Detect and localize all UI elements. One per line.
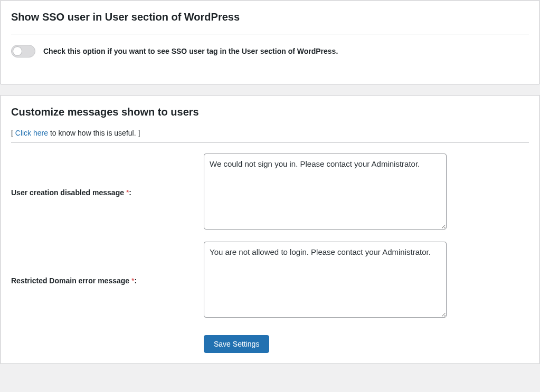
helper-suffix: to know how this is useful. ]	[48, 129, 140, 137]
restricted-domain-label: Restricted Domain error message	[11, 276, 131, 285]
divider	[11, 142, 529, 143]
sso-panel-title: Show SSO user in User section of WordPre…	[11, 11, 529, 23]
divider	[11, 34, 529, 34]
sso-toggle-description: Check this option if you want to see SSO…	[43, 47, 338, 55]
sso-toggle-switch[interactable]	[11, 45, 35, 58]
messages-panel-title: Customize messages shown to users	[11, 106, 529, 118]
user-creation-disabled-label: User creation disabled message	[11, 188, 126, 197]
restricted-domain-row: Restricted Domain error message *:	[11, 242, 529, 319]
button-offset	[11, 335, 204, 353]
user-creation-disabled-textarea[interactable]	[204, 154, 447, 230]
helper-text: [ Click here to know how this is useful.…	[11, 129, 529, 137]
button-row: Save Settings	[11, 335, 529, 353]
sso-user-section-panel: Show SSO user in User section of WordPre…	[0, 0, 540, 84]
restricted-domain-textarea[interactable]	[204, 242, 447, 318]
label-cell: Restricted Domain error message *:	[11, 276, 193, 285]
field-cell	[204, 154, 447, 231]
field-cell	[204, 242, 447, 319]
sso-toggle-row: Check this option if you want to see SSO…	[11, 45, 529, 73]
save-settings-button[interactable]: Save Settings	[204, 335, 269, 353]
toggle-knob	[13, 46, 22, 56]
label-cell: User creation disabled message *:	[11, 188, 193, 197]
customize-messages-panel: Customize messages shown to users [ Clic…	[0, 95, 540, 364]
user-creation-disabled-row: User creation disabled message *:	[11, 154, 529, 231]
helper-prefix: [	[11, 129, 15, 137]
click-here-link[interactable]: Click here	[15, 129, 48, 137]
